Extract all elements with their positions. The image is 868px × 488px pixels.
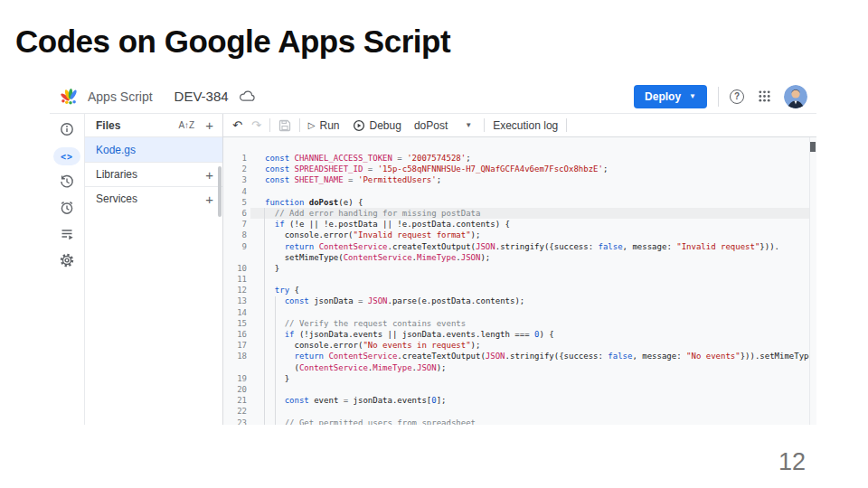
code-line: 15 // Verify the request contains events	[223, 318, 816, 329]
section-label: Libraries	[96, 168, 137, 181]
toolbar-divider	[566, 118, 567, 132]
code-line: (ContentService.MimeType.JSON);	[223, 362, 816, 373]
apps-script-logo-icon	[61, 87, 80, 107]
file-item-kode-gs[interactable]: Kode.gs	[85, 137, 222, 162]
code-line: 18 return ContentService.createTextOutpu…	[223, 351, 816, 361]
history-clock-icon	[60, 174, 74, 192]
sidebar-item-triggers[interactable]	[53, 200, 80, 218]
files-panel-header: Files A↑Z +	[85, 114, 222, 137]
sidebar-item-editor[interactable]: <>	[53, 147, 80, 165]
files-panel-scrollbar[interactable]	[218, 166, 222, 217]
deploy-button[interactable]: Deploy ▼	[634, 85, 707, 108]
toolbar-divider	[484, 118, 485, 132]
run-label: Run	[320, 119, 340, 132]
code-line: 23 // Get permitted users from spreadshe…	[223, 418, 816, 426]
app-header: Apps Script DEV-384 Deploy ▼ ?	[50, 80, 816, 114]
deploy-label: Deploy	[645, 90, 681, 103]
code-line: 2const SPREADSHEET_ID = '15p-c58qNFNNHSU…	[223, 164, 816, 174]
chevron-down-icon: ▼	[465, 121, 472, 129]
redo-icon[interactable]: ↷	[251, 119, 261, 131]
files-panel: Files A↑Z + Kode.gs Libraries + Services…	[84, 114, 223, 425]
add-service-icon[interactable]: +	[205, 192, 213, 206]
code-line: 12 try {	[223, 285, 816, 296]
app-body: <>	[50, 114, 816, 425]
code-line: 13 const jsonData = JSON.parse(e.postDat…	[223, 296, 816, 306]
code-line: 10 }	[223, 263, 816, 274]
function-selector-value: doPost	[414, 119, 448, 132]
run-button[interactable]: ▷ Run	[308, 119, 340, 132]
files-panel-title: Files	[96, 119, 120, 132]
executions-list-icon	[60, 227, 74, 244]
deploy-caret-icon: ▼	[689, 92, 696, 100]
debug-button[interactable]: Debug	[353, 119, 401, 132]
slide-page-number: 12	[778, 448, 806, 476]
code-line: 19 }	[223, 373, 816, 384]
code-line: 9 return ContentService.createTextOutput…	[223, 241, 816, 252]
cloud-status-icon	[240, 90, 255, 102]
sort-az-icon[interactable]: A↑Z	[178, 120, 194, 130]
product-name: Apps Script	[88, 89, 153, 104]
gear-icon	[60, 253, 74, 270]
header-divider	[718, 87, 719, 107]
help-icon[interactable]: ?	[730, 89, 744, 104]
code-line: 21 const event = jsonData.events[0];	[223, 395, 816, 406]
indent-guide	[264, 208, 265, 425]
section-label: Services	[96, 192, 137, 205]
info-icon	[60, 122, 74, 139]
save-icon[interactable]	[278, 119, 291, 132]
execution-log-button[interactable]: Execution log	[493, 119, 558, 132]
alarm-clock-icon	[60, 201, 74, 218]
code-lines: 1const CHANNEL_ACCESS_TOKEN = '200757452…	[223, 153, 816, 425]
sidebar-item-project-history[interactable]	[53, 174, 80, 192]
sidebar-item-project-settings[interactable]	[53, 252, 80, 270]
code-line: 17 console.error("No events in request")…	[223, 340, 816, 351]
toolbar-divider	[269, 118, 270, 132]
left-rail: <>	[50, 114, 84, 425]
code-line: 16 if (!jsonData.events || jsonData.even…	[223, 329, 816, 340]
debug-icon	[353, 119, 365, 132]
indent-guide	[275, 296, 276, 425]
code-line: 20	[223, 384, 816, 395]
file-name: Kode.gs	[96, 144, 136, 156]
project-name[interactable]: DEV-384	[175, 89, 229, 104]
code-line: 14	[223, 307, 816, 318]
run-icon: ▷	[308, 120, 316, 130]
code-editor[interactable]: 1const CHANNEL_ACCESS_TOKEN = '200757452…	[223, 137, 816, 425]
undo-icon[interactable]: ↶	[232, 119, 242, 131]
sidebar-section-libraries[interactable]: Libraries +	[85, 162, 222, 186]
code-line: setMimeType(ContentService.MimeType.JSON…	[223, 252, 816, 263]
function-selector[interactable]: doPost ▼	[414, 119, 472, 132]
add-library-icon[interactable]: +	[205, 168, 213, 182]
sidebar-item-executions[interactable]	[53, 226, 80, 244]
editor-scrollbar-thumb[interactable]	[810, 142, 816, 152]
code-line: 6 // Add error handling for missing post…	[223, 208, 816, 219]
page-title: Codes on Google Apps Script	[15, 23, 450, 60]
apps-grid-icon[interactable]	[758, 89, 771, 103]
code-line: 3const SHEET_NAME = 'PermittedUsers';	[223, 174, 816, 185]
editor-scrollbar[interactable]	[809, 137, 816, 425]
code-line: 8 console.error("Invalid request format"…	[223, 230, 816, 240]
toolbar-divider	[299, 118, 300, 132]
code-line: 11	[223, 274, 816, 285]
add-file-icon[interactable]: +	[205, 118, 213, 132]
code-line: 1const CHANNEL_ACCESS_TOKEN = '200757452…	[223, 153, 816, 164]
editor-column: ↶ ↷ ▷ Run Debug doPost	[223, 114, 816, 425]
header-actions: Deploy ▼ ?	[634, 85, 807, 108]
code-line: 7 if (!e || !e.postData || !e.postData.c…	[223, 219, 816, 230]
sidebar-item-overview[interactable]	[53, 121, 80, 139]
debug-label: Debug	[370, 119, 401, 132]
apps-script-window: Apps Script DEV-384 Deploy ▼ ?	[50, 80, 816, 425]
code-line: 22	[223, 406, 816, 417]
avatar[interactable]	[784, 85, 807, 108]
editor-toolbar: ↶ ↷ ▷ Run Debug doPost	[223, 114, 816, 137]
code-editor-icon: <>	[61, 152, 73, 162]
sidebar-section-services[interactable]: Services +	[85, 186, 222, 211]
code-line: 5function doPost(e) {	[223, 197, 816, 208]
code-line: 4	[223, 186, 816, 197]
